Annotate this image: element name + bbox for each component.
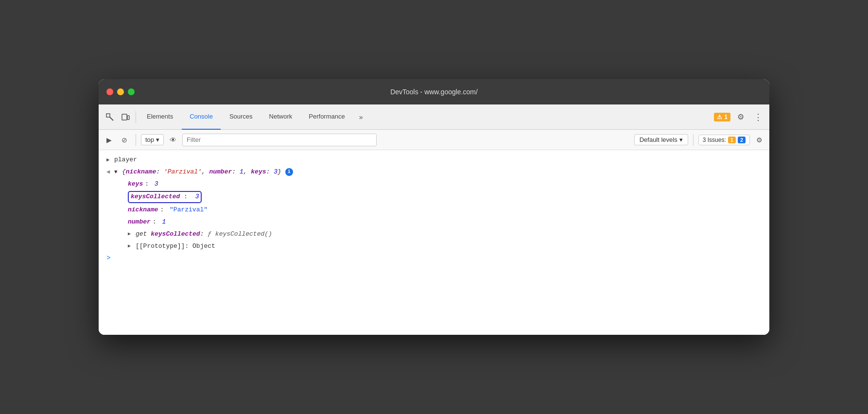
console-output: ▶ player ◀ ▼ {nickname: 'Parzival', numb…	[99, 150, 769, 335]
block-button[interactable]: ⊘	[118, 134, 131, 146]
svg-rect-0	[106, 114, 110, 117]
prop-key-nickname: nickname	[128, 205, 158, 215]
highlighted-prop-keys-collected: keysCollected : 3	[128, 191, 202, 203]
expand-object-icon[interactable]: ▼	[114, 168, 120, 177]
settings-button[interactable]: ⚙	[733, 110, 748, 124]
log-levels-arrow-icon: ▾	[679, 136, 683, 143]
issues-badge[interactable]: 3 Issues: 1 2	[698, 135, 750, 145]
expand-player-icon[interactable]: ▶	[106, 156, 112, 165]
warning-badge[interactable]: ⚠ 1	[714, 113, 730, 121]
console-row-object: ◀ ▼ {nickname: 'Parzival', number: 1, ke…	[99, 166, 769, 178]
console-toolbar: ▶ ⊘ top ▾ 👁 Default levels ▾ 3 Issues: 1…	[99, 130, 769, 150]
prop-colon-number: :	[153, 217, 160, 227]
devtools-window: DevTools - www.google.com/ Elements Cons…	[99, 79, 769, 335]
console-gear-icon: ⚙	[756, 136, 763, 144]
prompt-arrow-icon: >	[106, 254, 110, 262]
warning-icon: ⚠	[717, 114, 722, 121]
dropdown-arrow-icon: ▾	[156, 136, 159, 143]
console-row-number: number : 1	[99, 216, 769, 228]
prop-colon-keys-collected: :	[184, 193, 191, 200]
close-button[interactable]	[106, 88, 113, 95]
object-summary: {nickname: 'Parzival', number: 1, keys: …	[122, 167, 281, 177]
issues-warn-count: 1	[728, 137, 736, 143]
prop-key-keys: keys	[128, 179, 143, 190]
tab-console[interactable]: Console	[182, 104, 221, 130]
prop-key-keys-collected: keysCollected	[131, 193, 180, 200]
console-prompt-row[interactable]: >	[99, 252, 769, 264]
console-separator	[136, 134, 136, 146]
console-row-keys-collected: keysCollected : 3	[99, 190, 769, 204]
gear-icon: ⚙	[737, 112, 744, 121]
console-row-player: ▶ player	[99, 154, 769, 166]
inspector-icon[interactable]	[103, 110, 117, 124]
toolbar-separator	[136, 111, 136, 123]
tab-sources[interactable]: Sources	[222, 104, 260, 130]
console-row-keys: keys : 3	[99, 178, 769, 190]
prop-value-keys-collected: 3	[195, 193, 199, 200]
kebab-icon: ⋮	[754, 112, 763, 122]
prop-colon-keys: :	[145, 179, 153, 190]
expand-getter-icon[interactable]: ▶	[128, 230, 134, 238]
play-icon: ▶	[106, 136, 112, 144]
console-sep2	[693, 134, 694, 146]
filter-input[interactable]	[182, 134, 377, 146]
issues-info-count: 2	[738, 137, 746, 143]
more-options-button[interactable]: ⋮	[751, 110, 765, 124]
more-tabs-button[interactable]: »	[354, 110, 368, 124]
tab-performance[interactable]: Performance	[301, 104, 352, 130]
console-row-nickname: nickname : "Parzival"	[99, 204, 769, 216]
console-row-getter: ▶ get keysCollected: ƒ keysCollected()	[99, 228, 769, 241]
prop-key-number: number	[128, 217, 151, 227]
toolbar-right: ⚠ 1 ⚙ ⋮	[714, 110, 765, 124]
context-label: top	[145, 136, 154, 143]
prop-value-keys: 3	[155, 179, 158, 190]
console-row-prototype: ▶ [[Prototype]]: Object	[99, 241, 769, 253]
player-label: player	[114, 155, 137, 165]
titlebar: DevTools - www.google.com/	[99, 79, 769, 104]
tab-bar: Elements Console Sources Network Perform…	[99, 104, 769, 130]
expand-prototype-icon[interactable]: ▶	[128, 242, 134, 250]
svg-rect-3	[127, 116, 129, 120]
nav-back-icon[interactable]: ◀	[106, 168, 112, 177]
tab-network[interactable]: Network	[261, 104, 300, 130]
prop-colon-nickname: :	[160, 205, 168, 215]
eye-button[interactable]: 👁	[167, 134, 179, 146]
issues-text: 3 Issues:	[703, 137, 726, 143]
eye-icon: 👁	[170, 136, 176, 144]
object-info-icon[interactable]: i	[285, 168, 293, 176]
window-title: DevTools - www.google.com/	[390, 88, 478, 96]
prototype-label: [[Prototype]]: Object	[136, 242, 215, 252]
svg-rect-2	[122, 114, 127, 120]
play-button[interactable]: ▶	[103, 134, 115, 146]
block-icon: ⊘	[122, 136, 127, 144]
maximize-button[interactable]	[128, 88, 135, 95]
prop-value-number: 1	[162, 217, 166, 227]
traffic-lights	[106, 88, 135, 95]
device-icon[interactable]	[118, 110, 133, 124]
context-selector[interactable]: top ▾	[141, 134, 164, 145]
console-settings-button[interactable]: ⚙	[753, 134, 765, 146]
log-levels-label: Default levels	[640, 136, 677, 143]
svg-line-1	[110, 117, 113, 121]
getter-label: get keysCollected: ƒ keysCollected()	[136, 229, 272, 240]
log-levels-selector[interactable]: Default levels ▾	[634, 134, 688, 145]
tab-elements[interactable]: Elements	[139, 104, 181, 130]
prop-value-nickname: "Parzival"	[170, 205, 208, 215]
minimize-button[interactable]	[117, 88, 124, 95]
